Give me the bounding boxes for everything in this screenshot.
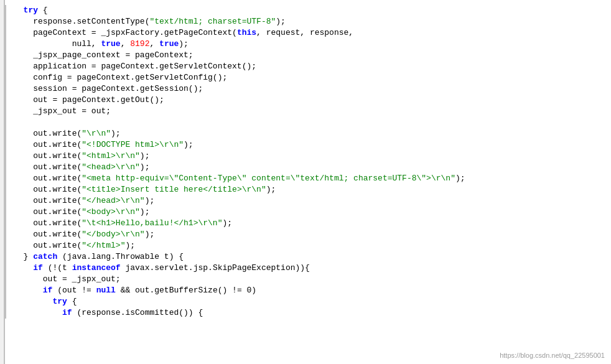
code-token: "</html>" — [82, 241, 125, 250]
code-line: out.write("<body>\r\n"); — [0, 207, 611, 218]
code-token: ); — [111, 129, 121, 138]
code-token: if — [43, 286, 53, 295]
code-token: "text/html; charset=UTF-8" — [149, 17, 276, 26]
code-line: out.write("<head>\r\n"); — [0, 162, 611, 173]
lines-wrapper: try { response.setContentType("text/html… — [0, 5, 611, 319]
code-token: (response.isCommitted()) { — [72, 308, 203, 317]
code-line: out.write("\t<h1>Hello,bailu!</h1>\r\n")… — [0, 218, 611, 229]
code-line: if (!(t instanceof javax.servlet.jsp.Ski… — [0, 263, 611, 274]
code-token: , — [149, 39, 159, 49]
code-line: out = _jspx_out; — [0, 274, 611, 285]
code-token: if — [33, 263, 43, 273]
code-line: response.setContentType("text/html; char… — [0, 16, 611, 27]
code-token: if — [62, 308, 72, 317]
line-content: out.write("<title>Insert title here</tit… — [6, 184, 611, 195]
line-content: out.write("<!DOCTYPE html>\r\n"); — [6, 139, 611, 151]
line-content: _jspx_page_context = pageContext; — [6, 50, 611, 61]
code-line: if (response.isCommitted()) { — [0, 307, 611, 319]
code-line: out.write("<!DOCTYPE html>\r\n"); — [0, 139, 611, 151]
code-token: ); — [140, 162, 150, 172]
code-line: config = pageContext.getServletConfig(); — [0, 72, 611, 83]
code-token: out.write( — [33, 230, 82, 239]
code-token: "</body>\r\n" — [82, 230, 144, 239]
code-line: application = pageContext.getServletCont… — [0, 61, 611, 72]
code-token: "<html>\r\n" — [82, 151, 140, 161]
code-line: out.write("<html>\r\n"); — [0, 151, 611, 162]
line-content: config = pageContext.getServletConfig(); — [6, 72, 611, 83]
code-token: null, — [72, 39, 101, 49]
code-token: ); — [455, 174, 465, 183]
line-content: pageContext = _jspxFactory.getPageContex… — [6, 27, 611, 39]
code-token: , request, response, — [256, 28, 353, 37]
line-content: out.write("\r\n"); — [6, 128, 611, 139]
code-token: 8192 — [130, 39, 149, 49]
code-line: out = pageContext.getOut(); — [0, 95, 611, 106]
code-line: session = pageContext.getSession(); — [0, 83, 611, 95]
code-token: ); — [276, 17, 286, 26]
code-line: out.write("<title>Insert title here</tit… — [0, 184, 611, 195]
code-line: _jspx_out = out; — [0, 106, 611, 117]
code-token: "<!DOCTYPE html>\r\n" — [82, 140, 184, 149]
code-line: pageContext = _jspxFactory.getPageContex… — [0, 27, 611, 39]
code-token: "<title>Insert title here</title>\r\n" — [82, 185, 266, 194]
code-token: "\t<h1>Hello,bailu!</h1>\r\n" — [82, 218, 222, 228]
code-token: out.write( — [33, 162, 82, 172]
line-content: response.setContentType("text/html; char… — [6, 16, 611, 27]
line-content: _jspx_out = out; — [6, 106, 611, 117]
code-token: this — [237, 28, 256, 37]
code-token: true — [101, 39, 120, 49]
code-token: try — [52, 297, 67, 306]
code-token: (!(t — [43, 263, 72, 273]
code-token: try — [24, 6, 38, 15]
code-token: ); — [125, 241, 135, 250]
code-token: ); — [222, 218, 232, 228]
code-line: out.write("\r\n"); — [0, 128, 611, 139]
code-token: _jspx_out = out; — [33, 106, 111, 116]
line-content: try { — [6, 296, 611, 307]
code-token: out = _jspx_out; — [43, 274, 121, 284]
line-content: if (out != null && out.getBufferSize() !… — [6, 285, 611, 296]
code-token: && out.getBufferSize() != 0) — [116, 286, 256, 295]
code-token: ); — [179, 39, 189, 49]
code-line: } catch (java.lang.Throwable t) { — [0, 251, 611, 263]
code-token: out.write( — [33, 218, 82, 228]
code-token: out = pageContext.getOut(); — [33, 95, 164, 105]
code-token: "\r\n" — [82, 129, 111, 138]
code-token: instanceof — [72, 263, 121, 273]
code-line: out.write("</body>\r\n"); — [0, 229, 611, 240]
code-token: (out != — [52, 286, 96, 295]
code-token: javax.servlet.jsp.SkipPageException)){ — [121, 263, 310, 273]
code-token: out.write( — [33, 207, 82, 217]
line-content: out.write("\t<h1>Hello,bailu!</h1>\r\n")… — [6, 218, 611, 229]
code-token: ); — [145, 196, 155, 205]
line-content: application = pageContext.getServletCont… — [6, 61, 611, 72]
code-token: out.write( — [33, 129, 82, 138]
code-token: ); — [140, 151, 150, 161]
code-token: , — [121, 39, 131, 49]
code-token: out.write( — [33, 185, 82, 194]
code-token: "</head>\r\n" — [82, 196, 144, 205]
code-line — [0, 117, 611, 128]
code-token: "<body>\r\n" — [82, 207, 140, 217]
code-token: "<head>\r\n" — [82, 162, 140, 172]
line-content: out = pageContext.getOut(); — [6, 95, 611, 106]
code-line: try { — [0, 5, 611, 16]
line-content: out.write("</body>\r\n"); — [6, 229, 611, 240]
code-token: pageContext = _jspxFactory.getPageContex… — [33, 28, 237, 37]
line-content: out.write("</head>\r\n"); — [6, 195, 611, 207]
line-content: try { — [6, 5, 611, 16]
line-content: if (response.isCommitted()) { — [6, 307, 611, 319]
code-token: out.write( — [33, 151, 82, 161]
code-line: _jspx_page_context = pageContext; — [0, 50, 611, 61]
code-token: null — [96, 286, 116, 295]
code-token: { — [67, 297, 77, 306]
code-token: response.setContentType( — [33, 17, 149, 26]
code-line: out.write("<meta http-equiv=\"Content-Ty… — [0, 173, 611, 184]
line-content: session = pageContext.getSession(); — [6, 83, 611, 95]
code-line: out.write("</html>"); — [0, 240, 611, 251]
line-content: out.write("<head>\r\n"); — [6, 162, 611, 173]
watermark: https://blog.csdn.net/qq_22595001 — [500, 352, 605, 359]
code-token: } — [24, 252, 34, 261]
code-token: out.write( — [33, 196, 82, 205]
code-container: try { response.setContentType("text/html… — [0, 0, 611, 364]
